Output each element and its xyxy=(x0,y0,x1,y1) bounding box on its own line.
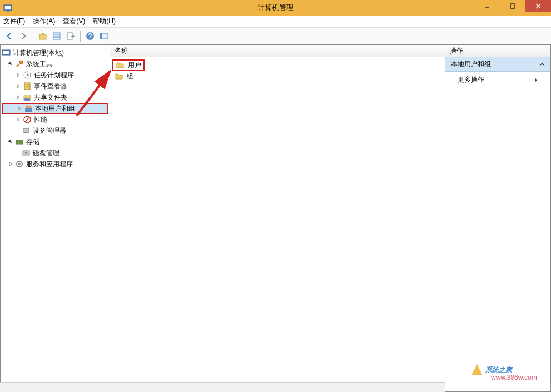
svg-rect-4 xyxy=(510,4,515,8)
folder-icon xyxy=(116,61,125,70)
svg-point-19 xyxy=(19,61,23,64)
users-groups-icon xyxy=(24,104,33,113)
expand-icon[interactable] xyxy=(15,94,22,101)
app-icon xyxy=(3,3,12,12)
folder-icon xyxy=(115,72,123,81)
show-hide-button[interactable] xyxy=(98,30,110,42)
svg-rect-36 xyxy=(16,140,23,142)
maximize-button[interactable] xyxy=(500,0,525,12)
menu-file[interactable]: 文件(F) xyxy=(3,17,25,26)
svg-rect-2 xyxy=(7,11,9,12)
svg-rect-37 xyxy=(16,142,23,144)
close-button[interactable] xyxy=(525,0,551,12)
svg-rect-1 xyxy=(5,6,11,9)
expand-icon[interactable] xyxy=(16,105,23,112)
menu-action[interactable]: 操作(A) xyxy=(33,17,55,26)
tree-disk-management[interactable]: 磁盘管理 xyxy=(2,147,108,158)
tree-disk-management-label: 磁盘管理 xyxy=(33,148,59,158)
tree-device-manager-label: 设备管理器 xyxy=(33,126,66,136)
tree-panel[interactable]: 计算机管理(本地) 系统工具 任务计划程序 事件查看器 共享文件夹 xyxy=(0,45,110,392)
menu-view[interactable]: 查看(V) xyxy=(63,17,85,26)
tree-task-scheduler[interactable]: 任务计划程序 xyxy=(2,70,108,81)
up-button[interactable] xyxy=(37,30,49,42)
properties-button[interactable] xyxy=(51,30,63,42)
collapse-icon[interactable] xyxy=(7,138,14,145)
list-body[interactable]: 用户 组 xyxy=(110,57,445,391)
tree-local-users-groups-label: 本地用户和组 xyxy=(35,104,75,113)
tree-shared-folders[interactable]: 共享文件夹 xyxy=(2,92,108,103)
actions-section[interactable]: 本地用户和组 xyxy=(445,57,550,72)
actions-header-label: 操作 xyxy=(450,46,463,56)
actions-more-label: 更多操作 xyxy=(458,75,484,85)
horizontal-scrollbar[interactable] xyxy=(0,382,445,392)
tree-root-label: 计算机管理(本地) xyxy=(13,48,64,58)
svg-rect-35 xyxy=(24,132,28,133)
services-icon xyxy=(15,160,24,168)
svg-rect-7 xyxy=(39,34,46,39)
list-item-users[interactable]: 用户 xyxy=(112,59,145,71)
actions-section-label: 本地用户和组 xyxy=(451,59,491,69)
list-item-users-label: 用户 xyxy=(128,61,141,70)
expand-icon[interactable] xyxy=(15,116,22,123)
svg-point-29 xyxy=(26,105,29,108)
column-name: 名称 xyxy=(115,46,128,56)
tools-icon xyxy=(15,59,24,68)
tree-task-scheduler-label: 任务计划程序 xyxy=(34,71,74,80)
toolbar-separator xyxy=(80,31,81,42)
tree-services-apps-label: 服务和应用程序 xyxy=(26,160,73,169)
expand-icon[interactable] xyxy=(15,72,22,78)
export-button[interactable] xyxy=(64,30,77,42)
list-item-groups-label: 组 xyxy=(127,72,133,81)
toolbar: ? xyxy=(0,28,551,44)
menu-help[interactable]: 帮助(H) xyxy=(93,17,116,26)
performance-icon xyxy=(23,115,32,124)
window-title: 计算机管理 xyxy=(257,3,294,13)
storage-icon xyxy=(15,137,24,146)
forward-button[interactable] xyxy=(17,30,29,42)
tree-shared-folders-label: 共享文件夹 xyxy=(34,93,67,102)
tree-local-users-groups[interactable]: 本地用户和组 xyxy=(2,103,108,114)
menubar: 文件(F) 操作(A) 查看(V) 帮助(H) xyxy=(0,16,551,28)
svg-point-28 xyxy=(27,98,30,101)
svg-point-41 xyxy=(18,163,21,165)
list-panel: 名称 用户 组 xyxy=(110,45,445,392)
tree-device-manager[interactable]: 设备管理器 xyxy=(2,125,108,136)
clock-icon xyxy=(23,71,32,80)
disk-icon xyxy=(22,148,31,157)
content-area: 计算机管理(本地) 系统工具 任务计划程序 事件查看器 共享文件夹 xyxy=(0,44,551,392)
tree-system-tools[interactable]: 系统工具 xyxy=(2,58,108,70)
device-icon xyxy=(22,126,31,135)
back-button[interactable] xyxy=(3,30,16,42)
tree-storage[interactable]: 存储 xyxy=(2,136,108,147)
svg-rect-34 xyxy=(23,128,29,132)
list-header[interactable]: 名称 xyxy=(110,45,445,57)
minimize-button[interactable] xyxy=(474,0,500,12)
tree-event-viewer-label: 事件查看器 xyxy=(34,82,67,91)
tree-storage-label: 存储 xyxy=(26,137,39,147)
svg-rect-18 xyxy=(3,51,9,54)
tree-event-viewer[interactable]: 事件查看器 xyxy=(2,81,108,92)
expand-icon[interactable] xyxy=(7,161,14,167)
collapse-arrow-icon xyxy=(539,62,545,67)
computer-management-icon xyxy=(2,48,11,57)
expand-icon[interactable] xyxy=(15,83,22,90)
tree-performance[interactable]: 性能 xyxy=(2,114,108,125)
tree-services-apps[interactable]: 服务和应用程序 xyxy=(2,158,108,170)
actions-more[interactable]: 更多操作 xyxy=(445,72,550,88)
shared-folder-icon xyxy=(23,93,32,102)
svg-rect-31 xyxy=(25,108,32,112)
event-icon xyxy=(23,82,32,91)
svg-point-39 xyxy=(25,152,27,154)
toolbar-separator xyxy=(33,31,33,42)
actions-panel: 操作 本地用户和组 更多操作 xyxy=(445,45,551,392)
tree-system-tools-label: 系统工具 xyxy=(26,59,53,69)
actions-header: 操作 xyxy=(445,45,550,57)
titlebar: 计算机管理 xyxy=(0,0,551,16)
collapse-icon[interactable] xyxy=(7,61,14,67)
tree-root[interactable]: 计算机管理(本地) xyxy=(2,47,108,58)
chevron-right-icon xyxy=(534,77,538,83)
help-button[interactable]: ? xyxy=(84,30,96,42)
svg-text:?: ? xyxy=(88,32,92,40)
window-controls xyxy=(474,0,551,12)
list-item-groups[interactable]: 组 xyxy=(112,71,443,82)
